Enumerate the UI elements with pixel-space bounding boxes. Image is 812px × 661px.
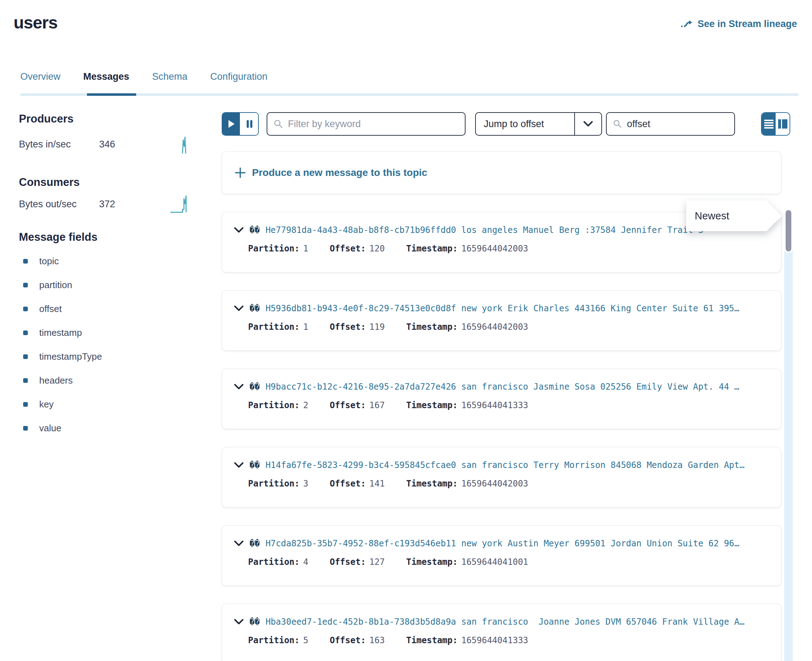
tab-configuration[interactable]: Configuration xyxy=(210,71,268,92)
field-item-partition[interactable]: partition xyxy=(23,273,102,297)
partition-label: Partition: xyxy=(248,244,300,254)
partition-label: Partition: xyxy=(248,322,300,332)
partition-value: 3 xyxy=(303,479,308,489)
bullet-icon xyxy=(23,307,28,311)
produce-message-label: Produce a new message to this topic xyxy=(252,167,428,179)
tab-messages[interactable]: Messages xyxy=(83,71,130,92)
message-row[interactable]: �� H7cda825b-35b7-4952-88ef-c193d546eb11… xyxy=(222,525,782,586)
key-binary-prefix: �� xyxy=(250,303,260,313)
search-icon xyxy=(613,119,622,129)
messages-scrollbar-track[interactable] xyxy=(784,209,793,661)
timestamp-value: 1659644042003 xyxy=(461,322,528,332)
pause-button[interactable] xyxy=(240,113,258,135)
message-key-text: H7cda825b-35b7-4952-88ef-c193d546eb11 ne… xyxy=(266,538,739,548)
keyword-filter-input[interactable] xyxy=(288,118,458,129)
offset-value: 141 xyxy=(369,479,384,489)
bytes-in-label: Bytes in/sec xyxy=(19,139,99,150)
list-view-icon xyxy=(764,119,774,129)
message-row[interactable]: �� H9bacc71c-b12c-4216-8e95-2a7da727e426… xyxy=(222,369,782,429)
producers-heading: Producers xyxy=(19,113,74,125)
offset-label: Offset: xyxy=(330,479,366,489)
bullet-icon xyxy=(23,402,28,407)
jump-to-offset-select[interactable]: Jump to offset xyxy=(475,112,602,136)
field-item-timestamp[interactable]: timestamp xyxy=(23,321,102,345)
message-key-text: H14fa67fe-5823-4299-b3c4-595845cfcae0 sa… xyxy=(266,460,745,470)
chevron-down-icon[interactable] xyxy=(234,619,244,625)
offset-label: Offset: xyxy=(330,635,366,645)
partition-value: 5 xyxy=(303,635,308,645)
bytes-in-value: 346 xyxy=(99,139,115,150)
tooltip-label: Newest xyxy=(686,201,767,231)
field-item-timestampType[interactable]: timestampType xyxy=(23,345,102,369)
partition-value: 1 xyxy=(303,244,308,254)
chevron-down-icon[interactable] xyxy=(234,305,244,311)
offset-value: 119 xyxy=(369,322,384,332)
timestamp-value: 1659644041333 xyxy=(461,635,528,645)
bytes-out-label: Bytes out/sec xyxy=(19,199,99,210)
timestamp-label: Timestamp: xyxy=(406,635,458,645)
stream-lineage-link[interactable]: See in Stream lineage xyxy=(681,19,797,30)
key-binary-prefix: �� xyxy=(250,538,260,548)
search-icon xyxy=(274,119,283,129)
key-binary-prefix: �� xyxy=(250,460,260,470)
timestamp-label: Timestamp: xyxy=(406,322,458,332)
message-row[interactable]: �� Hba30eed7-1edc-452b-8b1a-738d3b5d8a9a… xyxy=(222,604,782,661)
tab-schema[interactable]: Schema xyxy=(152,71,187,92)
messages-scrollbar-thumb[interactable] xyxy=(786,210,791,251)
message-key-text: H9bacc71c-b12c-4216-8e95-2a7da727e426 sa… xyxy=(266,382,739,392)
chevron-down-icon[interactable] xyxy=(234,540,244,547)
partition-label: Partition: xyxy=(248,557,300,567)
message-row[interactable]: �� H14fa67fe-5823-4299-b3c4-595845cfcae0… xyxy=(222,447,782,508)
column-view-button[interactable] xyxy=(776,113,790,135)
offset-value: 120 xyxy=(369,244,384,254)
key-binary-prefix: �� xyxy=(250,225,260,235)
active-tab-indicator xyxy=(87,93,136,96)
chevron-down-icon xyxy=(575,121,601,127)
live-consume-toggle xyxy=(222,112,259,136)
message-meta: Partition:1 Offset:120 Timestamp:1659644… xyxy=(248,244,770,254)
timestamp-value: 1659644041333 xyxy=(461,400,528,410)
lineage-link-label: See in Stream lineage xyxy=(698,19,797,30)
bullet-icon xyxy=(23,283,28,287)
tab-overview[interactable]: Overview xyxy=(20,71,61,92)
chevron-down-icon[interactable] xyxy=(234,383,244,390)
view-mode-toggle xyxy=(761,112,790,136)
timestamp-label: Timestamp: xyxy=(406,244,458,254)
list-view-button[interactable] xyxy=(762,113,776,135)
topic-messages-page: users See in Stream lineage Overview Mes… xyxy=(0,0,812,661)
jump-select-value: Jump to offset xyxy=(476,118,574,129)
keyword-filter-field xyxy=(267,112,466,136)
partition-value: 2 xyxy=(303,400,308,410)
chevron-down-icon[interactable] xyxy=(234,227,244,233)
offset-search-input[interactable] xyxy=(627,118,728,129)
pause-icon xyxy=(246,119,253,129)
offset-label: Offset: xyxy=(330,557,366,567)
field-item-value[interactable]: value xyxy=(23,416,102,440)
field-item-offset[interactable]: offset xyxy=(23,297,102,321)
key-binary-prefix: �� xyxy=(250,617,260,627)
bullet-icon xyxy=(23,354,28,359)
message-row[interactable]: �� H5936db81-b943-4e0f-8c29-74513e0c0d8f… xyxy=(222,290,782,351)
column-view-icon xyxy=(778,119,788,129)
message-key-text: H5936db81-b943-4e0f-8c29-74513e0c0d8f ne… xyxy=(266,303,739,313)
tab-underline-track xyxy=(20,93,798,96)
bytes-in-sparkline xyxy=(178,136,190,154)
timestamp-label: Timestamp: xyxy=(406,400,458,410)
offset-value: 127 xyxy=(369,557,384,567)
produce-message-button[interactable]: Produce a new message to this topic xyxy=(222,152,782,194)
bytes-in-row: Bytes in/sec 346 xyxy=(19,139,119,150)
play-button[interactable] xyxy=(223,113,240,135)
field-item-key[interactable]: key xyxy=(23,393,102,416)
field-item-headers[interactable]: headers xyxy=(23,369,102,393)
partition-label: Partition: xyxy=(248,635,300,645)
bullet-icon xyxy=(23,330,28,335)
timestamp-value: 1659644042003 xyxy=(461,244,528,254)
timestamp-value: 1659644042003 xyxy=(461,479,528,489)
lineage-arrow-icon xyxy=(681,19,693,29)
tab-bar: Overview Messages Schema Configuration xyxy=(20,71,267,92)
offset-label: Offset: xyxy=(330,244,366,254)
field-item-topic[interactable]: topic xyxy=(23,249,102,273)
message-meta: Partition:3 Offset:141 Timestamp:1659644… xyxy=(248,479,770,489)
bytes-out-sparkline xyxy=(170,195,190,214)
chevron-down-icon[interactable] xyxy=(234,462,244,468)
